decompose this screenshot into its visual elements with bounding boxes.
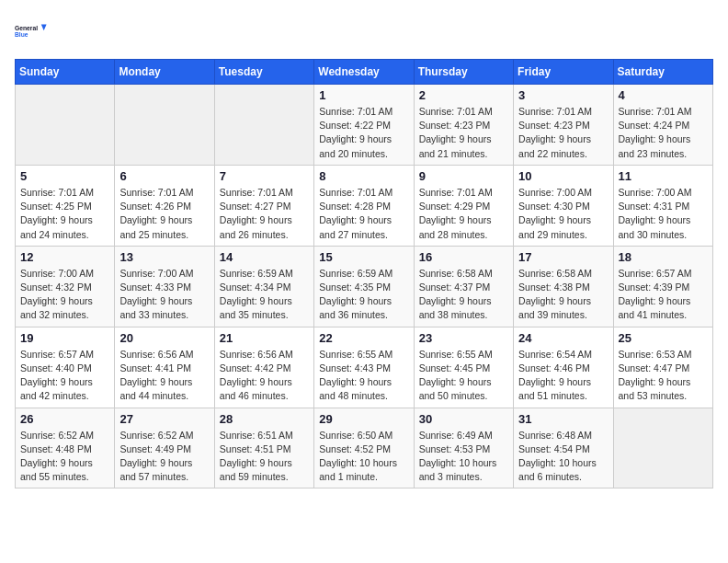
- day-number: 19: [20, 331, 109, 345]
- day-number: 14: [220, 250, 309, 264]
- weekday-header-friday: Friday: [514, 60, 613, 85]
- weekday-header-row: SundayMondayTuesdayWednesdayThursdayFrid…: [16, 60, 713, 85]
- day-number: 6: [119, 169, 209, 183]
- day-number: 20: [119, 331, 209, 345]
- calendar-cell: 26Sunrise: 6:52 AM Sunset: 4:48 PM Dayli…: [16, 408, 115, 488]
- day-number: 10: [518, 169, 608, 183]
- day-number: 16: [419, 250, 508, 264]
- svg-text:General: General: [15, 25, 38, 31]
- day-info: Sunrise: 7:01 AM Sunset: 4:28 PM Dayligh…: [319, 186, 408, 242]
- calendar-cell: 14Sunrise: 6:59 AM Sunset: 4:34 PM Dayli…: [214, 246, 313, 327]
- day-number: 17: [518, 250, 608, 264]
- day-number: 28: [220, 412, 309, 426]
- calendar-cell: 3Sunrise: 7:01 AM Sunset: 4:23 PM Daylig…: [514, 85, 613, 166]
- day-info: Sunrise: 6:59 AM Sunset: 4:34 PM Dayligh…: [220, 267, 309, 323]
- day-info: Sunrise: 7:01 AM Sunset: 4:22 PM Dayligh…: [319, 105, 408, 161]
- day-info: Sunrise: 6:52 AM Sunset: 4:48 PM Dayligh…: [20, 429, 109, 485]
- calendar-cell: 4Sunrise: 7:01 AM Sunset: 4:24 PM Daylig…: [613, 85, 712, 166]
- day-info: Sunrise: 6:53 AM Sunset: 4:47 PM Dayligh…: [619, 348, 708, 404]
- weekday-header-wednesday: Wednesday: [314, 60, 414, 85]
- calendar-cell: 22Sunrise: 6:55 AM Sunset: 4:43 PM Dayli…: [314, 327, 414, 408]
- day-number: 7: [220, 169, 309, 183]
- day-number: 11: [619, 169, 708, 183]
- day-info: Sunrise: 6:57 AM Sunset: 4:39 PM Dayligh…: [619, 267, 708, 323]
- day-number: 1: [319, 88, 408, 102]
- calendar-cell: 24Sunrise: 6:54 AM Sunset: 4:46 PM Dayli…: [514, 327, 613, 408]
- day-info: Sunrise: 7:01 AM Sunset: 4:23 PM Dayligh…: [518, 105, 608, 161]
- day-info: Sunrise: 6:48 AM Sunset: 4:54 PM Dayligh…: [518, 429, 608, 485]
- day-info: Sunrise: 6:57 AM Sunset: 4:40 PM Dayligh…: [20, 348, 109, 404]
- calendar-cell: 31Sunrise: 6:48 AM Sunset: 4:54 PM Dayli…: [514, 408, 613, 488]
- calendar-cell: 23Sunrise: 6:55 AM Sunset: 4:45 PM Dayli…: [414, 327, 513, 408]
- day-info: Sunrise: 6:51 AM Sunset: 4:51 PM Dayligh…: [220, 429, 309, 485]
- day-info: Sunrise: 6:55 AM Sunset: 4:45 PM Dayligh…: [419, 348, 508, 404]
- calendar-cell: 13Sunrise: 7:00 AM Sunset: 4:33 PM Dayli…: [115, 246, 214, 327]
- day-info: Sunrise: 6:58 AM Sunset: 4:37 PM Dayligh…: [419, 267, 508, 323]
- day-number: 13: [119, 250, 209, 264]
- day-info: Sunrise: 7:01 AM Sunset: 4:26 PM Dayligh…: [119, 186, 209, 242]
- day-info: Sunrise: 6:58 AM Sunset: 4:38 PM Dayligh…: [518, 267, 608, 323]
- day-number: 18: [619, 250, 708, 264]
- calendar-cell: 5Sunrise: 7:01 AM Sunset: 4:25 PM Daylig…: [16, 165, 115, 246]
- calendar-cell: 8Sunrise: 7:01 AM Sunset: 4:28 PM Daylig…: [314, 165, 414, 246]
- calendar-week-row: 26Sunrise: 6:52 AM Sunset: 4:48 PM Dayli…: [16, 408, 713, 488]
- calendar-table: SundayMondayTuesdayWednesdayThursdayFrid…: [15, 59, 713, 488]
- calendar-cell: 1Sunrise: 7:01 AM Sunset: 4:22 PM Daylig…: [314, 85, 414, 166]
- weekday-header-sunday: Sunday: [16, 60, 115, 85]
- calendar-cell: 12Sunrise: 7:00 AM Sunset: 4:32 PM Dayli…: [16, 246, 115, 327]
- weekday-header-tuesday: Tuesday: [214, 60, 313, 85]
- calendar-cell: 17Sunrise: 6:58 AM Sunset: 4:38 PM Dayli…: [514, 246, 613, 327]
- calendar-cell: 9Sunrise: 7:01 AM Sunset: 4:29 PM Daylig…: [414, 165, 513, 246]
- calendar-week-row: 1Sunrise: 7:01 AM Sunset: 4:22 PM Daylig…: [16, 85, 713, 166]
- calendar-body: 1Sunrise: 7:01 AM Sunset: 4:22 PM Daylig…: [16, 85, 713, 488]
- calendar-cell: 16Sunrise: 6:58 AM Sunset: 4:37 PM Dayli…: [414, 246, 513, 327]
- day-number: 23: [419, 331, 508, 345]
- day-number: 9: [419, 169, 508, 183]
- logo-icon: GeneralBlue: [15, 15, 48, 48]
- calendar-cell: 10Sunrise: 7:00 AM Sunset: 4:30 PM Dayli…: [514, 165, 613, 246]
- day-number: 22: [319, 331, 408, 345]
- day-number: 3: [518, 88, 608, 102]
- calendar-cell: 30Sunrise: 6:49 AM Sunset: 4:53 PM Dayli…: [414, 408, 513, 488]
- day-number: 21: [220, 331, 309, 345]
- day-number: 5: [20, 169, 109, 183]
- day-number: 27: [119, 412, 209, 426]
- calendar-week-row: 12Sunrise: 7:00 AM Sunset: 4:32 PM Dayli…: [16, 246, 713, 327]
- calendar-cell: [115, 85, 214, 166]
- day-info: Sunrise: 6:49 AM Sunset: 4:53 PM Dayligh…: [419, 429, 508, 485]
- logo: GeneralBlue: [15, 15, 48, 48]
- day-info: Sunrise: 6:50 AM Sunset: 4:52 PM Dayligh…: [319, 429, 408, 485]
- day-info: Sunrise: 7:01 AM Sunset: 4:23 PM Dayligh…: [419, 105, 508, 161]
- day-info: Sunrise: 6:54 AM Sunset: 4:46 PM Dayligh…: [518, 348, 608, 404]
- day-number: 15: [319, 250, 408, 264]
- svg-text:Blue: Blue: [15, 31, 28, 38]
- day-info: Sunrise: 7:00 AM Sunset: 4:32 PM Dayligh…: [20, 267, 109, 323]
- day-info: Sunrise: 7:01 AM Sunset: 4:27 PM Dayligh…: [220, 186, 309, 242]
- calendar-cell: 2Sunrise: 7:01 AM Sunset: 4:23 PM Daylig…: [414, 85, 513, 166]
- page-header: GeneralBlue: [15, 15, 713, 48]
- day-number: 29: [319, 412, 408, 426]
- day-info: Sunrise: 7:01 AM Sunset: 4:24 PM Dayligh…: [619, 105, 708, 161]
- day-info: Sunrise: 6:56 AM Sunset: 4:41 PM Dayligh…: [119, 348, 209, 404]
- calendar-header: SundayMondayTuesdayWednesdayThursdayFrid…: [16, 60, 713, 85]
- calendar-cell: [214, 85, 313, 166]
- calendar-cell: 11Sunrise: 7:00 AM Sunset: 4:31 PM Dayli…: [613, 165, 712, 246]
- day-info: Sunrise: 7:00 AM Sunset: 4:31 PM Dayligh…: [619, 186, 708, 242]
- day-info: Sunrise: 6:59 AM Sunset: 4:35 PM Dayligh…: [319, 267, 408, 323]
- calendar-cell: 28Sunrise: 6:51 AM Sunset: 4:51 PM Dayli…: [214, 408, 313, 488]
- calendar-cell: 15Sunrise: 6:59 AM Sunset: 4:35 PM Dayli…: [314, 246, 414, 327]
- calendar-cell: 27Sunrise: 6:52 AM Sunset: 4:49 PM Dayli…: [115, 408, 214, 488]
- day-number: 26: [20, 412, 109, 426]
- day-number: 8: [319, 169, 408, 183]
- calendar-cell: 20Sunrise: 6:56 AM Sunset: 4:41 PM Dayli…: [115, 327, 214, 408]
- calendar-cell: 7Sunrise: 7:01 AM Sunset: 4:27 PM Daylig…: [214, 165, 313, 246]
- calendar-cell: 25Sunrise: 6:53 AM Sunset: 4:47 PM Dayli…: [613, 327, 712, 408]
- calendar-week-row: 19Sunrise: 6:57 AM Sunset: 4:40 PM Dayli…: [16, 327, 713, 408]
- day-number: 12: [20, 250, 109, 264]
- day-info: Sunrise: 6:56 AM Sunset: 4:42 PM Dayligh…: [220, 348, 309, 404]
- calendar-cell: 18Sunrise: 6:57 AM Sunset: 4:39 PM Dayli…: [613, 246, 712, 327]
- svg-marker-2: [41, 25, 47, 31]
- calendar-cell: 19Sunrise: 6:57 AM Sunset: 4:40 PM Dayli…: [16, 327, 115, 408]
- calendar-cell: 6Sunrise: 7:01 AM Sunset: 4:26 PM Daylig…: [115, 165, 214, 246]
- day-info: Sunrise: 7:01 AM Sunset: 4:29 PM Dayligh…: [419, 186, 508, 242]
